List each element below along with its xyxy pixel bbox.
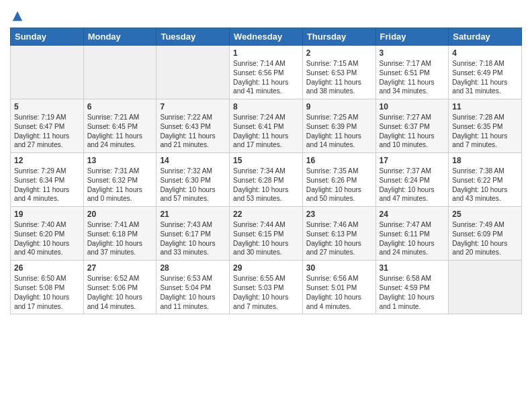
day-number: 30 — [306, 263, 372, 273]
day-info: Sunset: 6:51 PM — [380, 68, 445, 78]
day-cell-12: 12Sunrise: 7:29 AMSunset: 6:34 PMDayligh… — [11, 153, 84, 207]
day-info: Sunset: 6:43 PM — [160, 122, 226, 132]
day-info: Daylight: 10 hours and 37 minutes. — [87, 239, 153, 258]
day-cell-2: 2Sunrise: 7:15 AMSunset: 6:53 PMDaylight… — [302, 46, 375, 99]
weekday-header-tuesday: Tuesday — [157, 28, 230, 46]
day-info: Sunrise: 7:44 AM — [233, 220, 299, 230]
day-info: Sunset: 6:22 PM — [452, 176, 518, 185]
day-info: Daylight: 10 hours and 27 minutes. — [306, 239, 372, 258]
day-cell-15: 15Sunrise: 7:34 AMSunset: 6:28 PMDayligh… — [230, 153, 303, 207]
day-number: 11 — [452, 102, 518, 111]
day-cell-19: 19Sunrise: 7:40 AMSunset: 6:20 PMDayligh… — [11, 207, 84, 261]
day-number: 6 — [87, 102, 153, 111]
day-info: Sunset: 6:53 PM — [306, 68, 372, 78]
day-info: Sunrise: 6:53 AM — [160, 274, 226, 283]
day-info: Sunset: 5:04 PM — [160, 283, 226, 293]
header — [10, 7, 522, 22]
day-cell-5: 5Sunrise: 7:19 AMSunset: 6:47 PMDaylight… — [11, 99, 84, 153]
day-info: Sunset: 6:41 PM — [233, 122, 299, 132]
day-info: Daylight: 11 hours and 31 minutes. — [452, 78, 518, 97]
day-number: 2 — [306, 48, 372, 58]
day-info: Sunrise: 7:19 AM — [14, 113, 80, 122]
day-info: Daylight: 11 hours and 41 minutes. — [233, 78, 299, 97]
day-number: 24 — [380, 210, 445, 219]
day-info: Daylight: 10 hours and 17 minutes. — [14, 293, 80, 312]
day-number: 22 — [233, 210, 299, 219]
day-info: Daylight: 11 hours and 34 minutes. — [380, 78, 445, 97]
day-cell-22: 22Sunrise: 7:44 AMSunset: 6:15 PMDayligh… — [230, 207, 303, 261]
day-cell-4: 4Sunrise: 7:18 AMSunset: 6:49 PMDaylight… — [449, 46, 522, 99]
day-cell-7: 7Sunrise: 7:22 AMSunset: 6:43 PMDaylight… — [157, 99, 230, 153]
day-number: 31 — [380, 263, 445, 273]
day-info: Sunset: 6:37 PM — [380, 122, 445, 132]
day-info: Sunset: 6:17 PM — [160, 230, 226, 239]
day-info: Sunrise: 7:17 AM — [380, 59, 445, 68]
day-info: Daylight: 11 hours and 4 minutes. — [14, 185, 80, 204]
week-row-5: 26Sunrise: 6:50 AMSunset: 5:08 PMDayligh… — [11, 261, 522, 314]
day-cell-26: 26Sunrise: 6:50 AMSunset: 5:08 PMDayligh… — [11, 261, 84, 314]
day-info: Sunset: 5:03 PM — [233, 283, 299, 293]
day-number: 9 — [306, 102, 372, 111]
day-number: 5 — [14, 102, 80, 111]
day-info: Sunrise: 7:29 AM — [14, 167, 80, 176]
day-info: Sunrise: 7:41 AM — [87, 220, 153, 230]
day-number: 27 — [87, 263, 153, 273]
day-info: Sunset: 6:09 PM — [452, 230, 518, 239]
day-info: Sunset: 6:24 PM — [380, 176, 445, 185]
day-info: Sunrise: 7:27 AM — [380, 113, 445, 122]
day-cell-28: 28Sunrise: 6:53 AMSunset: 5:04 PMDayligh… — [157, 261, 230, 314]
day-number: 4 — [452, 48, 518, 58]
week-row-3: 12Sunrise: 7:29 AMSunset: 6:34 PMDayligh… — [11, 153, 522, 207]
day-cell-24: 24Sunrise: 7:47 AMSunset: 6:11 PMDayligh… — [375, 207, 449, 261]
day-info: Sunset: 4:59 PM — [380, 283, 445, 293]
day-info: Daylight: 10 hours and 47 minutes. — [380, 185, 445, 204]
day-cell-20: 20Sunrise: 7:41 AMSunset: 6:18 PMDayligh… — [83, 207, 157, 261]
logo — [10, 10, 24, 22]
day-info: Sunrise: 7:49 AM — [452, 220, 518, 230]
day-info: Daylight: 11 hours and 7 minutes. — [452, 132, 518, 150]
weekday-header-row: SundayMondayTuesdayWednesdayThursdayFrid… — [11, 28, 522, 46]
day-number: 7 — [160, 102, 226, 111]
day-info: Daylight: 10 hours and 40 minutes. — [14, 239, 80, 258]
day-info: Sunset: 6:13 PM — [306, 230, 372, 239]
day-info: Sunrise: 7:38 AM — [452, 167, 518, 176]
day-info: Daylight: 10 hours and 1 minute. — [380, 293, 445, 312]
empty-cell — [11, 46, 84, 99]
day-info: Sunrise: 7:14 AM — [233, 59, 299, 68]
page-container: SundayMondayTuesdayWednesdayThursdayFrid… — [0, 0, 532, 321]
day-number: 12 — [14, 156, 80, 165]
day-info: Daylight: 11 hours and 0 minutes. — [87, 185, 153, 204]
day-info: Daylight: 10 hours and 50 minutes. — [306, 185, 372, 204]
day-number: 19 — [14, 210, 80, 219]
day-info: Sunrise: 7:25 AM — [306, 113, 372, 122]
empty-cell — [157, 46, 230, 99]
day-info: Daylight: 11 hours and 21 minutes. — [160, 132, 226, 150]
day-cell-6: 6Sunrise: 7:21 AMSunset: 6:45 PMDaylight… — [83, 99, 157, 153]
week-row-2: 5Sunrise: 7:19 AMSunset: 6:47 PMDaylight… — [11, 99, 522, 153]
day-number: 29 — [233, 263, 299, 273]
day-info: Sunset: 6:56 PM — [233, 68, 299, 78]
day-info: Sunrise: 7:35 AM — [306, 167, 372, 176]
day-number: 26 — [14, 263, 80, 273]
day-cell-18: 18Sunrise: 7:38 AMSunset: 6:22 PMDayligh… — [449, 153, 522, 207]
day-cell-10: 10Sunrise: 7:27 AMSunset: 6:37 PMDayligh… — [375, 99, 449, 153]
day-info: Sunset: 5:06 PM — [87, 283, 153, 293]
day-cell-13: 13Sunrise: 7:31 AMSunset: 6:32 PMDayligh… — [83, 153, 157, 207]
day-number: 20 — [87, 210, 153, 219]
day-info: Sunset: 6:28 PM — [233, 176, 299, 185]
logo-icon — [11, 10, 24, 22]
day-info: Daylight: 10 hours and 11 minutes. — [160, 293, 226, 312]
day-info: Sunrise: 7:22 AM — [160, 113, 226, 122]
day-info: Sunrise: 7:15 AM — [306, 59, 372, 68]
day-cell-23: 23Sunrise: 7:46 AMSunset: 6:13 PMDayligh… — [302, 207, 375, 261]
day-number: 17 — [380, 156, 445, 165]
day-info: Sunset: 5:08 PM — [14, 283, 80, 293]
day-number: 15 — [233, 156, 299, 165]
day-number: 28 — [160, 263, 226, 273]
week-row-4: 19Sunrise: 7:40 AMSunset: 6:20 PMDayligh… — [11, 207, 522, 261]
day-info: Sunrise: 7:28 AM — [452, 113, 518, 122]
day-info: Sunrise: 6:56 AM — [306, 274, 372, 283]
day-info: Daylight: 11 hours and 24 minutes. — [87, 132, 153, 150]
day-info: Sunset: 6:18 PM — [87, 230, 153, 239]
day-cell-29: 29Sunrise: 6:55 AMSunset: 5:03 PMDayligh… — [230, 261, 303, 314]
